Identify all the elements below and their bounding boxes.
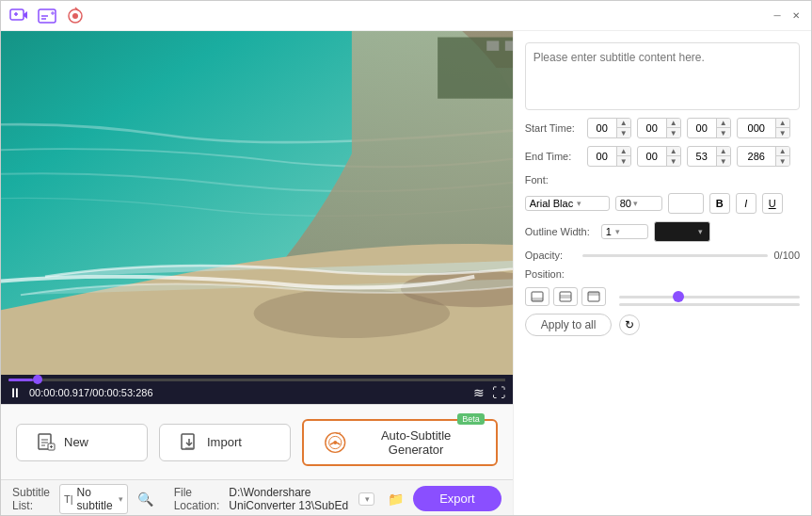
start-hour-field[interactable] xyxy=(588,121,616,136)
end-hour-field[interactable] xyxy=(588,149,616,164)
position-right-icon xyxy=(587,291,600,302)
add-subtitle-button[interactable] xyxy=(37,6,57,26)
controls-row: ⏸ 00:00:00.917/00:00:53:286 ≋ ⛶ xyxy=(8,385,505,400)
bottom-panel: New Import Beta xyxy=(1,404,513,479)
position-right-button[interactable] xyxy=(581,287,606,306)
file-path-select[interactable]: ▾ xyxy=(358,492,374,506)
export-button[interactable]: Export xyxy=(413,486,502,511)
font-chevron-icon: ▾ xyxy=(577,199,581,208)
end-sec-input[interactable]: ▲ ▼ xyxy=(687,146,731,167)
waveform-icon[interactable]: ≋ xyxy=(473,385,485,400)
start-min-input[interactable]: ▲ ▼ xyxy=(637,118,681,138)
start-ms-input[interactable]: ▲ ▼ xyxy=(737,118,790,138)
fullscreen-button[interactable]: ⛶ xyxy=(492,385,505,400)
position-controls-row xyxy=(525,287,800,306)
progress-bar[interactable] xyxy=(8,379,505,381)
end-ms-input[interactable]: ▲ ▼ xyxy=(737,146,790,167)
end-hour-down[interactable]: ▼ xyxy=(617,156,630,166)
end-ms-field[interactable] xyxy=(738,149,775,164)
start-sec-down[interactable]: ▼ xyxy=(717,128,730,137)
video-preview xyxy=(1,31,513,375)
start-sec-up[interactable]: ▲ xyxy=(717,119,730,128)
close-button[interactable]: ✕ xyxy=(788,8,804,24)
start-hour-up[interactable]: ▲ xyxy=(617,119,630,128)
end-min-up[interactable]: ▲ xyxy=(667,147,680,156)
position-slider[interactable] xyxy=(619,296,800,298)
start-sec-field[interactable] xyxy=(688,121,716,136)
start-ms-field[interactable] xyxy=(738,121,775,136)
end-min-input[interactable]: ▲ ▼ xyxy=(637,146,681,167)
start-min-field[interactable] xyxy=(638,121,666,136)
underline-button[interactable]: U xyxy=(762,193,783,214)
window-controls: ─ ✕ xyxy=(770,8,804,24)
auto-subtitle-button[interactable]: Beta Auto-Subtitle Generator xyxy=(302,419,498,466)
end-min-down[interactable]: ▼ xyxy=(667,156,680,166)
left-panel: ⏸ 00:00:00.917/00:00:53:286 ≋ ⛶ xyxy=(1,31,513,516)
new-label: New xyxy=(64,435,88,449)
size-chevron-icon: ▾ xyxy=(633,199,638,208)
auto-subtitle-label: Auto-Subtitle Generator xyxy=(355,428,476,457)
add-video-button[interactable] xyxy=(8,6,29,26)
end-sec-field[interactable] xyxy=(688,149,716,164)
outline-color-picker[interactable]: ▾ xyxy=(654,221,710,242)
font-color-picker[interactable] xyxy=(668,193,704,214)
import-icon xyxy=(179,432,199,453)
new-button[interactable]: New xyxy=(16,424,148,461)
outline-width-row: Outline Width: 1 ▾ ▾ xyxy=(525,221,800,242)
end-ms-spinners: ▲ ▼ xyxy=(775,147,789,166)
end-ms-down[interactable]: ▼ xyxy=(776,156,789,166)
end-min-field[interactable] xyxy=(638,149,666,164)
record-button[interactable] xyxy=(65,6,86,26)
search-icon[interactable]: 🔍 xyxy=(137,492,153,507)
start-ms-up[interactable]: ▲ xyxy=(776,119,789,128)
apply-to-all-button[interactable]: Apply to all xyxy=(525,314,613,336)
start-ms-down[interactable]: ▼ xyxy=(776,128,789,137)
end-time-label: End Time: xyxy=(525,151,581,162)
end-hour-input[interactable]: ▲ ▼ xyxy=(587,146,631,167)
title-bar-icons xyxy=(8,6,86,26)
opacity-value: 0/100 xyxy=(773,250,800,261)
end-sec-up[interactable]: ▲ xyxy=(717,147,730,156)
end-sec-down[interactable]: ▼ xyxy=(717,156,730,166)
pause-button[interactable]: ⏸ xyxy=(8,385,22,400)
start-min-up[interactable]: ▲ xyxy=(667,119,680,128)
subtitle-icon: T| xyxy=(64,493,73,505)
start-sec-input[interactable]: ▲ ▼ xyxy=(687,118,731,138)
start-hour-spinners: ▲ ▼ xyxy=(616,119,630,137)
start-hour-input[interactable]: ▲ ▼ xyxy=(587,118,631,138)
subtitle-list-value: No subtitle xyxy=(77,486,113,512)
record-icon xyxy=(65,6,86,26)
refresh-button[interactable]: ↻ xyxy=(619,314,640,335)
position-label: Position: xyxy=(525,268,577,280)
video-controls: ⏸ 00:00:00.917/00:00:53:286 ≋ ⛶ xyxy=(1,375,513,404)
svg-rect-16 xyxy=(486,40,499,50)
folder-icon[interactable]: 📁 xyxy=(388,492,404,507)
minimize-button[interactable]: ─ xyxy=(770,8,785,24)
right-panel: Start Time: ▲ ▼ ▲ ▼ ▲ ▼ xyxy=(513,31,811,516)
end-time-row: End Time: ▲ ▼ ▲ ▼ ▲ ▼ xyxy=(525,146,800,167)
start-hour-down[interactable]: ▼ xyxy=(617,128,630,137)
start-time-row: Start Time: ▲ ▼ ▲ ▼ ▲ ▼ xyxy=(525,118,800,138)
position-center-button[interactable] xyxy=(553,287,578,306)
subtitle-list-select[interactable]: T| No subtitle ▾ xyxy=(59,484,128,514)
italic-button[interactable]: I xyxy=(736,193,756,214)
import-button[interactable]: Import xyxy=(159,424,291,461)
svg-rect-15 xyxy=(438,38,513,99)
font-family-value: Arial Blac xyxy=(530,198,573,209)
font-size-value: 80 xyxy=(620,198,631,209)
font-size-select[interactable]: 80 ▾ xyxy=(615,196,662,211)
end-hour-up[interactable]: ▲ xyxy=(617,147,630,156)
position-left-button[interactable] xyxy=(525,287,549,306)
font-controls-row: Arial Blac ▾ 80 ▾ B I U xyxy=(525,193,800,214)
status-bar: Subtitle List: T| No subtitle ▾ 🔍 File L… xyxy=(1,479,513,516)
outline-width-select[interactable]: 1 ▾ xyxy=(601,224,648,239)
subtitle-textarea[interactable] xyxy=(525,42,800,110)
start-min-down[interactable]: ▼ xyxy=(667,128,680,137)
end-ms-up[interactable]: ▲ xyxy=(776,147,789,156)
svg-rect-17 xyxy=(505,40,513,50)
bold-button[interactable]: B xyxy=(709,193,730,214)
opacity-slider[interactable] xyxy=(582,254,769,257)
font-family-select[interactable]: Arial Blac ▾ xyxy=(525,196,610,211)
end-sec-spinners: ▲ ▼ xyxy=(716,147,730,166)
opacity-row: Opacity: 0/100 xyxy=(525,250,800,261)
